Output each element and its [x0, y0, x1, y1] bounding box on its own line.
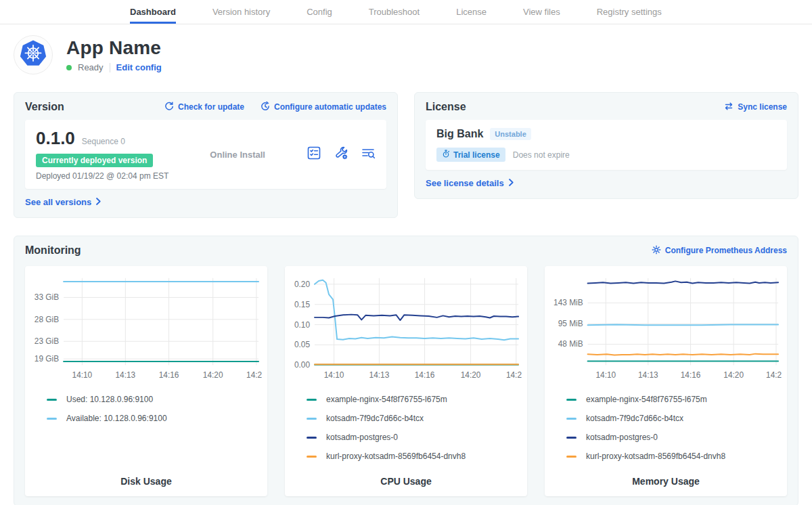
svg-text:14:16: 14:16 [415, 370, 435, 380]
chevron-right-icon [96, 197, 101, 207]
configure-prometheus-label: Configure Prometheus Address [665, 246, 787, 255]
legend-item: kotsadm-7f9dc7d66c-b4tcx [566, 409, 782, 428]
see-all-versions-label: See all versions [25, 197, 91, 207]
deployed-timestamp: Deployed 01/19/22 @ 02:04 pm EST [36, 171, 168, 181]
page-title: App Name [66, 37, 162, 59]
legend-swatch [566, 437, 577, 439]
legend-swatch [307, 456, 317, 458]
legend-swatch [566, 399, 577, 401]
legend-label: kotsadm-7f9dc7d66c-b4tcx [586, 414, 683, 423]
legend-item: Used: 10.128.0.96:9100 [47, 390, 262, 409]
legend-label: Used: 10.128.0.96:9100 [66, 395, 153, 404]
tab-registry-settings[interactable]: Registry settings [597, 0, 662, 24]
memory-usage-chart-card: 14:1014:1314:1614:2014:23143 MiB95 MiB48… [545, 266, 787, 496]
legend-item: kurl-proxy-kotsadm-8569fb6454-dnvh8 [307, 447, 522, 466]
svg-text:95 MiB: 95 MiB [558, 319, 583, 328]
schedule-icon [261, 102, 270, 113]
svg-text:33 GiB: 33 GiB [35, 292, 59, 302]
memory-chart-svg: 14:1014:1314:1614:2014:23143 MiB95 MiB48… [550, 271, 782, 383]
svg-text:14:23: 14:23 [506, 370, 522, 380]
edit-config-link[interactable]: Edit config [116, 62, 162, 72]
legend-label: kotsadm-postgres-0 [326, 433, 398, 442]
legend-swatch [566, 418, 577, 420]
tab-troubleshoot[interactable]: Troubleshoot [369, 0, 420, 24]
stopwatch-icon [442, 150, 450, 160]
see-license-details-link[interactable]: See license details [426, 178, 514, 188]
legend-swatch [307, 437, 317, 439]
svg-text:14:13: 14:13 [115, 370, 135, 380]
svg-text:14:23: 14:23 [766, 370, 782, 380]
license-card: License Sync license Big Bank Unstable [414, 92, 798, 199]
svg-text:14:13: 14:13 [369, 370, 390, 380]
tab-config[interactable]: Config [307, 0, 332, 24]
legend-label: Available: 10.128.0.96:9100 [66, 414, 167, 423]
tab-view-files[interactable]: View files [523, 0, 560, 24]
tab-license[interactable]: License [456, 0, 487, 24]
legend-swatch [307, 399, 317, 401]
legend-label: kotsadm-postgres-0 [586, 433, 658, 442]
legend-item: example-nginx-54f8f76755-l675m [566, 390, 782, 409]
legend-item: kurl-proxy-kotsadm-8569fb6454-dnvh8 [566, 447, 782, 466]
status-text: Ready [78, 62, 104, 72]
disk-chart-svg: 14:1014:1314:1614:2014:2333 GiB28 GiB23 … [30, 271, 262, 383]
svg-text:0.05: 0.05 [294, 340, 310, 349]
configure-prometheus-link[interactable]: Configure Prometheus Address [652, 245, 787, 257]
version-number: 0.1.0 [36, 128, 75, 149]
disk-usage-legend: Used: 10.128.0.96:9100Available: 10.128.… [30, 390, 262, 428]
current-version-box: 0.1.0 Sequence 0 Currently deployed vers… [25, 120, 386, 189]
config-wrench-icon[interactable] [334, 146, 348, 163]
legend-item: kotsadm-postgres-0 [566, 428, 782, 447]
preflight-checklist-icon[interactable] [307, 146, 321, 163]
expiration-text: Does not expire [513, 150, 570, 160]
sync-license-link[interactable]: Sync license [724, 102, 787, 113]
svg-text:14:16: 14:16 [159, 370, 179, 380]
top-nav: Dashboard Version history Config Trouble… [0, 0, 812, 24]
svg-text:0.10: 0.10 [294, 320, 310, 330]
divider [110, 63, 110, 72]
see-all-versions-link[interactable]: See all versions [25, 197, 101, 207]
disk-usage-chart-card: 14:1014:1314:1614:2014:2333 GiB28 GiB23 … [25, 266, 267, 496]
configure-auto-updates-label: Configure automatic updates [274, 102, 386, 112]
svg-text:14:10: 14:10 [595, 370, 616, 380]
disk-usage-title: Disk Usage [30, 469, 262, 487]
cpu-usage-plot: 14:1014:1314:1614:2014:230.200.150.100.0… [290, 271, 522, 383]
svg-text:28 GiB: 28 GiB [35, 315, 59, 324]
legend-swatch [307, 418, 317, 420]
legend-label: example-nginx-54f8f76755-l675m [586, 395, 707, 404]
gear-icon [652, 245, 661, 257]
sync-license-label: Sync license [738, 102, 787, 112]
sequence-label: Sequence 0 [82, 137, 125, 146]
app-header: App Name Ready Edit config [14, 35, 798, 74]
cpu-chart-svg: 14:1014:1314:1614:2014:230.200.150.100.0… [290, 271, 522, 383]
channel-badge: Unstable [490, 128, 531, 140]
cpu-usage-legend: example-nginx-54f8f76755-l675mkotsadm-7f… [290, 390, 522, 466]
license-details-box: Big Bank Unstable [426, 120, 787, 170]
trial-license-badge: Trial license [436, 148, 505, 162]
svg-text:14:13: 14:13 [638, 370, 658, 380]
legend-label: kurl-proxy-kotsadm-8569fb6454-dnvh8 [326, 452, 466, 461]
install-type-label: Online Install [168, 150, 307, 160]
legend-label: example-nginx-54f8f76755-l675m [326, 395, 447, 404]
check-for-update-link[interactable]: Check for update [164, 102, 244, 113]
tab-version-history[interactable]: Version history [212, 0, 270, 24]
configure-auto-updates-link[interactable]: Configure automatic updates [261, 102, 386, 113]
view-logs-icon[interactable] [361, 146, 376, 163]
tab-dashboard[interactable]: Dashboard [130, 0, 176, 24]
svg-text:0.00: 0.00 [294, 360, 310, 370]
svg-text:14:10: 14:10 [72, 370, 93, 380]
monitoring-title: Monitoring [25, 244, 81, 257]
legend-swatch [47, 418, 57, 420]
license-card-title: License [426, 101, 466, 113]
svg-text:14:20: 14:20 [461, 370, 481, 380]
svg-text:0.20: 0.20 [294, 280, 310, 289]
cpu-usage-title: CPU Usage [290, 469, 522, 487]
sync-icon [724, 102, 734, 113]
cpu-usage-chart-card: 14:1014:1314:1614:2014:230.200.150.100.0… [285, 266, 527, 496]
svg-text:143 MiB: 143 MiB [554, 298, 583, 307]
memory-usage-legend: example-nginx-54f8f76755-l675mkotsadm-7f… [550, 390, 782, 466]
svg-text:19 GiB: 19 GiB [35, 354, 59, 364]
svg-text:14:16: 14:16 [681, 370, 701, 380]
memory-usage-plot: 14:1014:1314:1614:2014:23143 MiB95 MiB48… [550, 271, 782, 383]
legend-label: kurl-proxy-kotsadm-8569fb6454-dnvh8 [586, 452, 725, 461]
svg-text:14:23: 14:23 [246, 370, 262, 380]
